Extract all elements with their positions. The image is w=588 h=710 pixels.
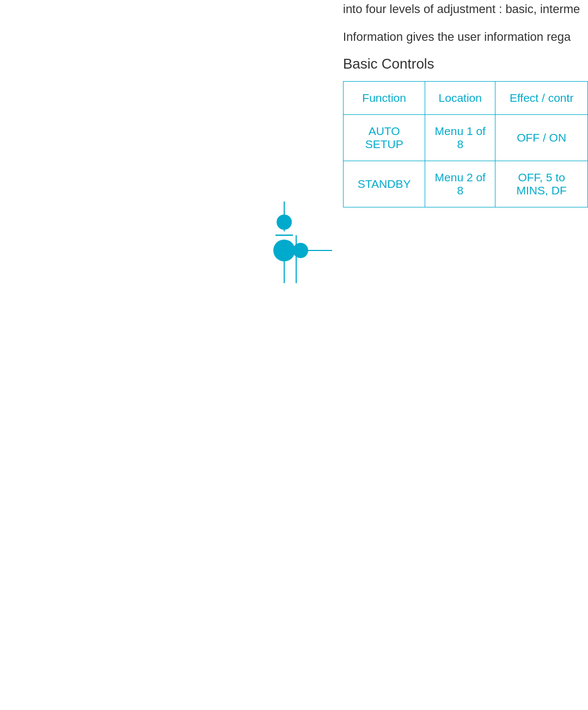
effect-cell-2: OFF, 5 to MINS, DF [495, 161, 588, 207]
diagram-area [261, 201, 348, 299]
page-content: into four levels of adjustment : basic, … [0, 0, 588, 710]
col-header-effect: Effect / contr [495, 82, 588, 115]
table-header-row: Function Location Effect / contr [344, 82, 588, 115]
table-row: STANDBY Menu 2 of 8 OFF, 5 to MINS, DF [344, 161, 588, 207]
svg-point-6 [293, 243, 308, 258]
function-cell-1: AUTO SETUP [344, 115, 425, 161]
svg-point-1 [277, 215, 292, 230]
intro-line-2: Information gives the user information r… [343, 28, 588, 46]
intro-line-1: into four levels of adjustment : basic, … [343, 0, 588, 18]
svg-point-3 [273, 240, 295, 261]
col-header-location: Location [425, 82, 495, 115]
col-header-function: Function [344, 82, 425, 115]
text-section: into four levels of adjustment : basic, … [343, 0, 588, 207]
diagram-svg [261, 201, 348, 299]
controls-table: Function Location Effect / contr AUTO SE… [343, 81, 588, 207]
function-cell-2: STANDBY [344, 161, 425, 207]
location-cell-2: Menu 2 of 8 [425, 161, 495, 207]
location-cell-1: Menu 1 of 8 [425, 115, 495, 161]
table-row: AUTO SETUP Menu 1 of 8 OFF / ON [344, 115, 588, 161]
effect-cell-1: OFF / ON [495, 115, 588, 161]
basic-controls-title: Basic Controls [343, 56, 588, 72]
